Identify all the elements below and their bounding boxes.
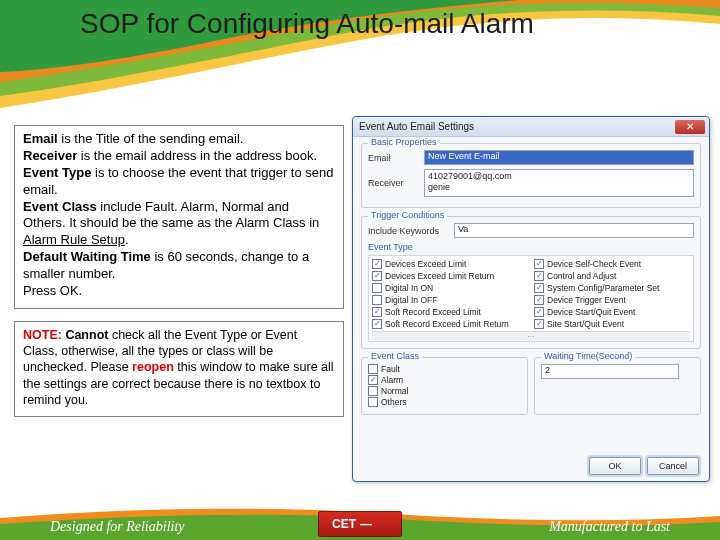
checkbox-icon[interactable] — [534, 271, 544, 281]
event-type-checkbox[interactable]: Devices Exceed Limit Return — [372, 271, 528, 281]
checkbox-icon[interactable] — [534, 319, 544, 329]
event-type-checkbox[interactable]: Device Self-Check Event — [534, 259, 690, 269]
checkbox-icon[interactable] — [368, 397, 378, 407]
event-type-checkbox[interactable]: Soft Record Exceed Limit — [372, 307, 528, 317]
group-basic-properties: Basic Properties Email New Event E-mail … — [361, 143, 701, 208]
svg-text:—: — — [360, 517, 372, 531]
event-type-checkbox[interactable]: Digital In OFF — [372, 295, 528, 305]
checkbox-icon[interactable] — [534, 295, 544, 305]
desc-eventclass-label: Event Class — [23, 199, 97, 214]
checkbox-icon[interactable] — [372, 283, 382, 293]
dialog-title: Event Auto Email Settings — [359, 121, 675, 132]
description-textbox: Email is the Title of the sending email.… — [14, 125, 344, 309]
desc-email-label: Email — [23, 131, 58, 146]
dialog-titlebar[interactable]: Event Auto Email Settings ✕ — [353, 117, 709, 137]
label-event-type: Event Type — [368, 242, 694, 252]
ok-button[interactable]: OK — [589, 457, 641, 475]
checkbox-icon[interactable] — [368, 375, 378, 385]
checkbox-icon[interactable] — [368, 386, 378, 396]
checkbox-icon[interactable] — [534, 307, 544, 317]
group-event-class: Event Class FaultAlarmNormalOthers — [361, 357, 528, 415]
event-type-list[interactable]: Devices Exceed LimitDevice Self-Check Ev… — [368, 255, 694, 342]
checkbox-icon[interactable] — [372, 295, 382, 305]
keywords-field[interactable]: Va — [454, 223, 694, 238]
desc-eventtype-label: Event Type — [23, 165, 91, 180]
footer-right: Manufactured to Last — [549, 519, 670, 535]
description-column: Email is the Title of the sending email.… — [14, 125, 344, 417]
event-type-checkbox[interactable]: Device Start/Quit Event — [534, 307, 690, 317]
event-type-checkbox[interactable]: Site Start/Quit Event — [534, 319, 690, 329]
close-icon[interactable]: ✕ — [675, 120, 705, 134]
event-type-checkbox[interactable]: Digital In ON — [372, 283, 528, 293]
event-class-checkbox[interactable]: Others — [368, 397, 521, 407]
label-receiver: Receiver — [368, 178, 420, 188]
email-field[interactable]: New Event E-mail — [424, 150, 694, 165]
checkbox-icon[interactable] — [368, 364, 378, 374]
event-type-checkbox[interactable]: Control and Adjust — [534, 271, 690, 281]
group-waiting-time: Waiting Time(Second) 2 — [534, 357, 701, 415]
label-keywords: Include Keywords — [368, 226, 450, 236]
event-class-checkbox[interactable]: Fault — [368, 364, 521, 374]
checkbox-icon[interactable] — [372, 319, 382, 329]
footer-left: Designed for Reliability — [50, 519, 185, 535]
checkbox-icon[interactable] — [534, 283, 544, 293]
checkbox-icon[interactable] — [372, 259, 382, 269]
desc-defwait-label: Default Waiting Time — [23, 249, 151, 264]
event-type-checkbox[interactable]: Soft Record Exceed Limit Return — [372, 319, 528, 329]
svg-text:CET: CET — [332, 517, 357, 531]
event-auto-email-dialog: Event Auto Email Settings ✕ Basic Proper… — [352, 116, 710, 482]
event-class-checkbox[interactable]: Alarm — [368, 375, 521, 385]
scrollbar[interactable]: ⋯ — [372, 331, 690, 341]
label-email: Email — [368, 153, 420, 163]
desc-receiver-label: Receiver — [23, 148, 77, 163]
event-class-checkbox[interactable]: Normal — [368, 386, 521, 396]
slide-title: SOP for Configuring Auto-mail Alarm — [80, 8, 534, 40]
receiver-field[interactable]: 410279001@qq.com genie — [424, 169, 694, 197]
checkbox-icon[interactable] — [372, 271, 382, 281]
cet-logo: CET — — [318, 511, 402, 537]
group-trigger-conditions: Trigger Conditions Include Keywords Va E… — [361, 216, 701, 349]
event-type-checkbox[interactable]: Device Trigger Event — [534, 295, 690, 305]
note-textbox: NOTE: Cannot check all the Event Type or… — [14, 321, 344, 417]
checkbox-icon[interactable] — [372, 307, 382, 317]
event-type-checkbox[interactable]: Devices Exceed Limit — [372, 259, 528, 269]
event-type-checkbox[interactable]: System Config/Parameter Set — [534, 283, 690, 293]
waiting-time-field[interactable]: 2 — [541, 364, 679, 379]
note-label: NOTE: — [23, 328, 62, 342]
checkbox-icon[interactable] — [534, 259, 544, 269]
cancel-button[interactable]: Cancel — [647, 457, 699, 475]
